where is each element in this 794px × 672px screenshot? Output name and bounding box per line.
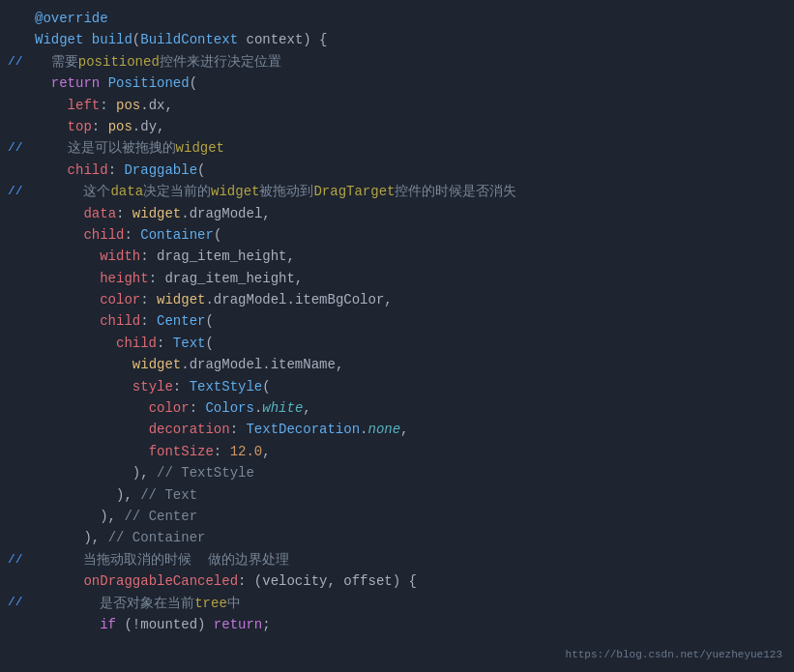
code-text-17: widget.dragModel.itemName, <box>35 354 786 375</box>
line-number-26: // <box>8 550 27 570</box>
code-text-25: ), // Container <box>35 527 786 548</box>
code-text-9: 这个data决定当前的widget被拖动到DragTarget控件的时候是否消失 <box>35 181 786 202</box>
code-text-22: ), // TextStyle <box>35 462 786 483</box>
code-line-7: // 这是可以被拖拽的widget <box>0 137 794 159</box>
code-text-24: ), // Center <box>35 506 786 527</box>
code-text-15: child: Center( <box>35 310 786 332</box>
code-editor: @override Widget build(BuildContext cont… <box>0 0 794 672</box>
line-number-28: // <box>8 593 27 613</box>
line-number-3: // <box>8 52 27 73</box>
code-text-8: child: Draggable( <box>35 160 786 181</box>
code-line-1: @override <box>0 8 794 29</box>
code-text-20: decoration: TextDecoration.none, <box>35 419 786 440</box>
code-line-21: fontSize: 12.0, <box>0 441 794 462</box>
code-line-20: decoration: TextDecoration.none, <box>0 419 794 440</box>
code-text-27: onDraggableCanceled: (velocity, offset) … <box>35 570 786 592</box>
code-line-2: Widget build(BuildContext context) { <box>0 29 794 50</box>
code-line-6: top: pos.dy, <box>0 116 794 137</box>
code-line-11: child: Container( <box>0 224 794 246</box>
code-text-1: @override <box>35 8 786 29</box>
code-line-29: if (!mounted) return; <box>0 614 794 635</box>
code-line-16: child: Text( <box>0 333 794 354</box>
code-text-4: return Positioned( <box>35 73 786 94</box>
code-line-15: child: Center( <box>0 310 794 332</box>
code-text-3: 需要positioned控件来进行决定位置 <box>35 51 786 73</box>
code-text-12: width: drag_item_height, <box>35 246 786 267</box>
code-line-17: widget.dragModel.itemName, <box>0 354 794 375</box>
code-text-19: color: Colors.white, <box>35 397 786 419</box>
code-line-10: data: widget.dragModel, <box>0 203 794 224</box>
code-text-16: child: Text( <box>35 333 786 354</box>
code-line-12: width: drag_item_height, <box>0 246 794 267</box>
line-number-9: // <box>8 182 27 202</box>
code-line-14: color: widget.dragModel.itemBgColor, <box>0 289 794 310</box>
code-text-26: 当拖动取消的时候 做的边界处理 <box>35 549 786 570</box>
code-line-24: ), // Center <box>0 506 794 527</box>
code-text-2: Widget build(BuildContext context) { <box>35 29 786 50</box>
code-line-23: ), // Text <box>0 484 794 506</box>
code-line-5: left: pos.dx, <box>0 95 794 116</box>
code-line-28: // 是否对象在当前tree中 <box>0 593 794 614</box>
code-line-9: // 这个data决定当前的widget被拖动到DragTarget控件的时候是… <box>0 181 794 202</box>
code-text-10: data: widget.dragModel, <box>35 203 786 224</box>
url-credit: https://blog.csdn.net/yuezheyue123 <box>566 647 782 664</box>
code-line-22: ), // TextStyle <box>0 462 794 483</box>
code-text-29: if (!mounted) return; <box>35 614 786 635</box>
code-line-8: child: Draggable( <box>0 160 794 181</box>
code-line-19: color: Colors.white, <box>0 397 794 419</box>
code-text-11: child: Container( <box>35 224 786 246</box>
code-text-6: top: pos.dy, <box>35 116 786 137</box>
code-line-4: return Positioned( <box>0 73 794 94</box>
code-text-13: height: drag_item_height, <box>35 268 786 289</box>
code-line-26: // 当拖动取消的时候 做的边界处理 <box>0 549 794 570</box>
line-number-7: // <box>8 138 27 159</box>
code-text-14: color: widget.dragModel.itemBgColor, <box>35 289 786 310</box>
code-text-18: style: TextStyle( <box>35 376 786 397</box>
code-line-25: ), // Container <box>0 527 794 548</box>
code-line-27: onDraggableCanceled: (velocity, offset) … <box>0 570 794 592</box>
code-text-28: 是否对象在当前tree中 <box>35 593 786 614</box>
code-text-5: left: pos.dx, <box>35 95 786 116</box>
code-text-21: fontSize: 12.0, <box>35 441 786 462</box>
code-line-3: // 需要positioned控件来进行决定位置 <box>0 51 794 73</box>
code-text-7: 这是可以被拖拽的widget <box>35 137 786 159</box>
code-line-13: height: drag_item_height, <box>0 268 794 289</box>
code-text-23: ), // Text <box>35 484 786 506</box>
code-line-18: style: TextStyle( <box>0 376 794 397</box>
